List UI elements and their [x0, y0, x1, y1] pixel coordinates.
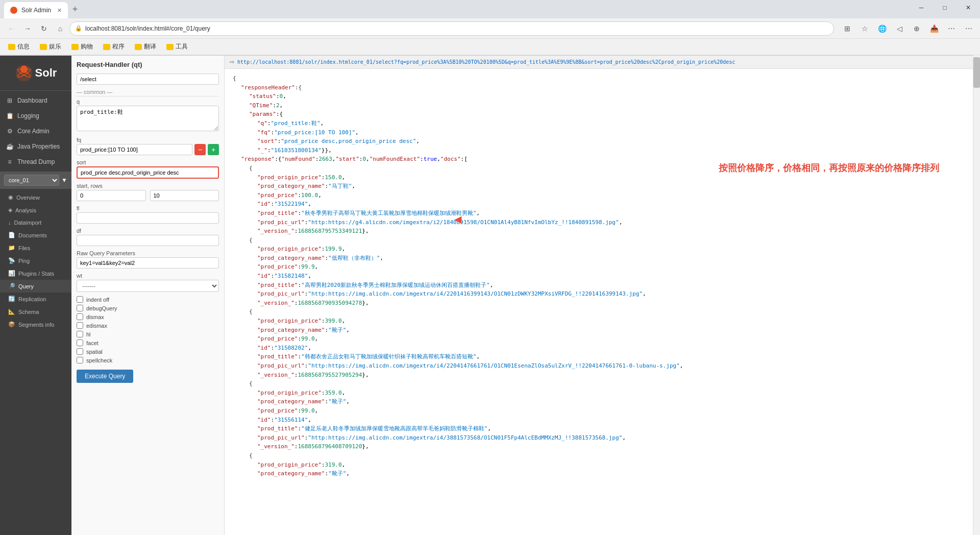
fq-remove-button[interactable]: −: [194, 144, 206, 155]
indent-off-label: indent off: [86, 297, 109, 303]
dismax-checkbox[interactable]: [77, 313, 83, 320]
spatial-checkbox[interactable]: [77, 348, 83, 355]
core-nav-plugins[interactable]: 📊 Plugins / Stats: [0, 267, 71, 280]
raw-params-group: Raw Query Parameters: [77, 250, 219, 269]
bookmark-programs[interactable]: 程序: [99, 41, 129, 52]
json-line: "q":"prod_title:鞋",: [233, 119, 972, 128]
home-button[interactable]: ⌂: [53, 21, 67, 36]
wt-select[interactable]: -------: [77, 280, 219, 292]
favorites-button[interactable]: ☆: [857, 21, 872, 36]
core-nav: ◉ Overview ◈ Analysis ↓ Dataimport 📄 Doc…: [0, 189, 71, 333]
sidebar-item-dashboard[interactable]: ⊞ Dashboard: [0, 93, 71, 108]
core-nav-schema[interactable]: 📐 Schema: [0, 305, 71, 318]
results-panel: ⇨ http://localhost:8081/solr/index.htmlc…: [225, 56, 980, 535]
json-line: "prod_origin_price":319.0,: [233, 460, 972, 470]
execute-query-button[interactable]: Execute Query: [77, 370, 133, 383]
edge-icon[interactable]: 🌐: [875, 21, 889, 36]
bookmark-shopping[interactable]: 购物: [67, 41, 97, 52]
core-nav-label-replication: Replication: [18, 296, 46, 302]
json-line: "prod_price":99.9,: [233, 262, 972, 272]
bookmark-info[interactable]: 信息: [4, 41, 34, 52]
active-tab[interactable]: Solr Admin ✕: [4, 2, 68, 18]
maximize-button[interactable]: □: [933, 0, 957, 15]
bookmark-entertainment[interactable]: 娱乐: [36, 41, 65, 52]
refresh-button[interactable]: ↻: [37, 21, 51, 36]
core-nav-overview[interactable]: ◉ Overview: [0, 191, 71, 204]
folder-icon: [8, 44, 15, 50]
add-favorites-button[interactable]: ⊕: [910, 21, 924, 36]
df-input[interactable]: [77, 235, 219, 246]
query-icon: 🔎: [8, 283, 15, 289]
core-select-dropdown[interactable]: core_01: [4, 175, 59, 186]
results-content[interactable]: 按照价格降序，价格相同，再按照原来的价格降序排列 ◀ { "responseHe…: [225, 69, 980, 535]
sort-label: sort: [77, 159, 219, 165]
json-line: "prod_category_name":"靴子",: [233, 397, 972, 406]
sidebar-item-java-properties[interactable]: ☕ Java Properties: [0, 139, 71, 154]
json-line: "prod_origin_price":199.9,: [233, 245, 972, 254]
spellcheck-group: spellcheck: [77, 357, 219, 363]
json-line: "prod_category_name":"马丁鞋",: [233, 182, 972, 191]
bookmark-translate[interactable]: 翻译: [131, 41, 160, 52]
menu-button[interactable]: ⋯: [962, 21, 976, 36]
raw-params-input[interactable]: [77, 257, 219, 269]
start-rows-group: start, rows: [77, 183, 219, 201]
json-line: "prod_category_name":"低帮鞋（非布鞋）",: [233, 254, 972, 263]
sort-input[interactable]: [77, 166, 219, 179]
spatial-group: spatial: [77, 348, 219, 355]
indent-off-checkbox[interactable]: [77, 296, 83, 303]
new-tab-button[interactable]: +: [68, 2, 82, 16]
core-nav-dataimport[interactable]: ↓ Dataimport: [0, 216, 71, 229]
tab-close-button[interactable]: ✕: [57, 7, 62, 14]
address-bar[interactable]: 🔒 localhost:8081/solr/index.html#/core_0…: [69, 21, 834, 36]
raw-params-label: Raw Query Parameters: [77, 250, 219, 256]
core-nav-documents[interactable]: 📄 Documents: [0, 229, 71, 241]
indent-off-group: indent off: [77, 296, 219, 303]
scrollbar-thumb[interactable]: [973, 57, 980, 88]
rows-input[interactable]: [150, 190, 219, 201]
minimize-button[interactable]: ─: [910, 0, 933, 15]
close-window-button[interactable]: ✕: [957, 0, 980, 15]
bookmark-tools[interactable]: 工具: [162, 41, 192, 52]
back-button[interactable]: ←: [4, 21, 18, 36]
fq-input[interactable]: [77, 144, 192, 155]
core-nav-label-overview: Overview: [16, 194, 40, 201]
sidebar-item-thread-dump[interactable]: ≡ Thread Dump: [0, 154, 71, 169]
facet-checkbox[interactable]: [77, 339, 83, 346]
hl-checkbox[interactable]: [77, 331, 83, 337]
sidebar-item-core-admin[interactable]: ⚙ Core Admin: [0, 124, 71, 139]
json-line: "_version_":1688568790935094278},: [233, 299, 972, 308]
core-nav-replication[interactable]: 🔄 Replication: [0, 293, 71, 305]
json-line: "id":"31522194",: [233, 200, 972, 209]
core-nav-segments[interactable]: 📦 Segments info: [0, 318, 71, 331]
extensions-button[interactable]: ⊞: [840, 21, 854, 36]
json-line: "_":"1610351800134"}},: [233, 146, 972, 155]
collection-button[interactable]: 📥: [927, 21, 941, 36]
start-input[interactable]: [77, 190, 146, 201]
bookmark-label: 工具: [176, 42, 188, 51]
core-nav-analysis[interactable]: ◈ Analysis: [0, 204, 71, 216]
handler-group: [77, 74, 219, 85]
back-alt-button[interactable]: ◁: [892, 21, 906, 36]
edismax-checkbox[interactable]: [77, 322, 83, 329]
debug-query-checkbox[interactable]: [77, 305, 83, 311]
forward-button[interactable]: →: [20, 21, 35, 36]
json-line: "prod_price":99.0,: [233, 406, 972, 416]
sidebar-label-logging: Logging: [17, 112, 39, 119]
annotation-text: 按照价格降序，价格相同，再按照原来的价格降序排列: [719, 163, 939, 173]
scrollbar[interactable]: [973, 55, 980, 535]
json-line: {: [233, 307, 972, 317]
core-nav-files[interactable]: 📁 Files: [0, 241, 71, 254]
core-nav-query[interactable]: 🔎 Query: [0, 280, 71, 293]
sidebar-item-logging[interactable]: 📋 Logging: [0, 108, 71, 124]
json-line: "id":"31582148",: [233, 272, 972, 281]
query-panel: Request-Handler (qt) — common — q prod_t…: [71, 56, 225, 535]
json-line: "prod_title":"健足乐老人鞋冬季加绒加厚保暖雪地靴高跟高帮羊毛爸妈鞋…: [233, 424, 972, 433]
handler-input[interactable]: [77, 74, 219, 85]
core-nav-ping[interactable]: 📡 Ping: [0, 254, 71, 267]
fq-add-button[interactable]: +: [208, 144, 219, 155]
apps-button[interactable]: ⋯: [944, 21, 959, 36]
json-line: "status":0,: [233, 92, 972, 101]
spellcheck-checkbox[interactable]: [77, 357, 83, 363]
fl-input[interactable]: [77, 212, 219, 224]
q-input[interactable]: prod_title:鞋: [77, 106, 219, 131]
